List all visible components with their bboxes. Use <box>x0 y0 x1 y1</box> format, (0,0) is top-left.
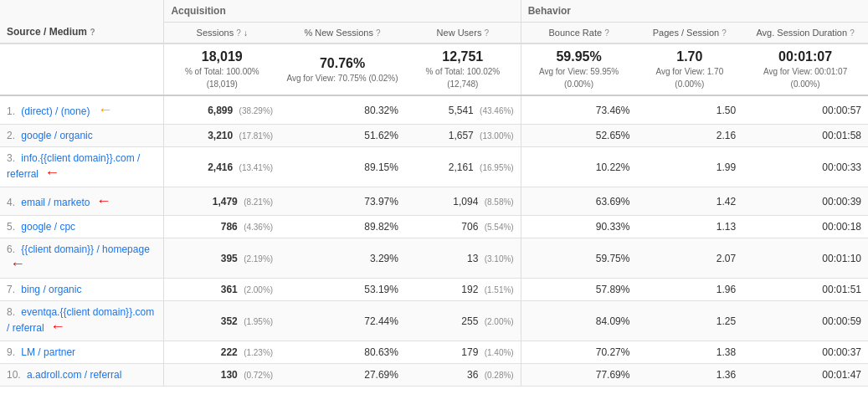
sessions-info-icon[interactable]: ? <box>236 28 241 38</box>
sessions-cell-3: 2,416 (13.41%) <box>164 147 280 187</box>
source-cell-3: 3. info.{{client domain}}.com / referral… <box>0 147 164 187</box>
pages-session-value-6: 2.07 <box>716 253 736 264</box>
new-users-info-icon[interactable]: ? <box>484 28 489 38</box>
pages-session-value-4: 1.42 <box>716 196 736 207</box>
source-medium-header: Source / Medium ? <box>0 0 164 44</box>
row-number-2: 2. <box>7 130 15 141</box>
bounce-rate-column-header[interactable]: Bounce Rate ? <box>521 23 636 44</box>
totals-avg-session-duration-value: 00:01:07 <box>749 49 861 64</box>
new-sessions-info-icon[interactable]: ? <box>376 28 381 38</box>
bounce-rate-cell-1: 73.46% <box>521 95 636 125</box>
avg-session-duration-value-2: 00:01:58 <box>822 130 861 141</box>
totals-new-sessions-cell: 70.76% Avg for View: 70.75% (0.02%) <box>280 44 405 95</box>
bounce-rate-value-7: 57.89% <box>596 284 630 295</box>
pages-session-label: Pages / Session <box>653 28 720 38</box>
new-users-cell-1: 5,541 (43.46%) <box>405 95 521 125</box>
source-cell-5: 5. google / cpc <box>0 216 164 238</box>
analytics-table: Source / Medium ? Acquisition Behavior S… <box>0 0 868 387</box>
new-users-value-3: 2,161 <box>449 161 474 173</box>
totals-new-sessions-value: 70.76% <box>286 56 398 71</box>
source-link-7[interactable]: bing / organic <box>21 284 81 295</box>
new-users-pct-4: (8.58%) <box>485 197 514 207</box>
pages-session-value-1: 1.50 <box>716 105 736 116</box>
sessions-column-header[interactable]: Sessions ? ↓ <box>164 23 280 44</box>
sessions-cell-9: 222 (1.23%) <box>164 341 280 364</box>
source-link-8[interactable]: eventqa.{{client domain}}.com / referral <box>7 306 154 334</box>
bounce-rate-value-10: 77.69% <box>596 369 630 381</box>
sessions-cell-4: 1,479 (8.21%) <box>164 187 280 216</box>
avg-session-duration-value-3: 00:00:33 <box>822 161 861 173</box>
sessions-value-10: 130 <box>221 369 238 381</box>
new-sessions-pct-value-8: 72.44% <box>364 315 398 327</box>
pages-session-column-header[interactable]: Pages / Session ? <box>636 23 742 44</box>
totals-sessions-sub: % of Total: 100.00% (18,019) <box>185 67 259 89</box>
avg-session-duration-cell-8: 00:00:59 <box>742 301 868 341</box>
source-link-3[interactable]: info.{{client domain}}.com / referral <box>7 152 140 180</box>
source-medium-info-icon[interactable]: ? <box>90 28 95 37</box>
bounce-rate-info-icon[interactable]: ? <box>604 28 609 38</box>
sessions-pct-1: (38.29%) <box>239 106 274 115</box>
source-cell-7: 7. bing / organic <box>0 279 164 301</box>
row-number-7: 7. <box>7 284 15 295</box>
pages-session-value-2: 2.16 <box>716 130 736 141</box>
new-sessions-pct-column-header[interactable]: % New Sessions ? <box>280 23 405 44</box>
pages-session-cell-1: 1.50 <box>636 95 742 125</box>
totals-new-users-cell: 12,751 % of Total: 100.02% (12,748) <box>405 44 521 95</box>
new-users-value-6: 13 <box>467 253 478 264</box>
pages-session-value-7: 1.96 <box>716 284 736 295</box>
totals-sessions-cell: 18,019 % of Total: 100.00% (18,019) <box>164 44 280 95</box>
red-arrow-annotation: ← <box>44 164 59 181</box>
red-arrow-annotation: ← <box>10 255 25 272</box>
pages-session-cell-3: 1.99 <box>636 147 742 187</box>
new-sessions-pct-value-4: 73.97% <box>364 196 398 207</box>
new-users-cell-8: 255 (2.00%) <box>405 301 521 341</box>
sessions-pct-5: (4.36%) <box>244 223 273 232</box>
sessions-pct-4: (8.21%) <box>244 197 273 207</box>
avg-session-duration-cell-2: 00:01:58 <box>742 125 868 147</box>
source-cell-6: 6. {{client domain}} / homepage ← <box>0 238 164 279</box>
new-users-column-header[interactable]: New Users ? <box>405 23 521 44</box>
totals-bounce-rate-value: 59.95% <box>528 49 630 64</box>
new-users-label: New Users <box>437 28 482 38</box>
new-sessions-pct-cell-4: 73.97% <box>280 187 405 216</box>
new-users-value-10: 36 <box>467 369 478 381</box>
source-link-2[interactable]: google / organic <box>21 130 92 141</box>
totals-new-users-sub: % of Total: 100.02% (12,748) <box>425 67 500 89</box>
avg-session-duration-cell-9: 00:00:37 <box>742 341 868 364</box>
source-link-10[interactable]: a.adroll.com / referral <box>27 369 121 381</box>
table-row: 8. eventqa.{{client domain}}.com / refer… <box>0 301 868 341</box>
source-link-1[interactable]: (direct) / (none) <box>21 105 90 117</box>
pages-session-value-8: 1.25 <box>716 315 736 327</box>
new-users-value-1: 5,541 <box>449 105 474 116</box>
row-number-3: 3. <box>7 152 15 164</box>
red-arrow-annotation: ← <box>96 192 111 209</box>
new-users-value-8: 255 <box>461 315 478 327</box>
pages-session-value-10: 1.36 <box>716 369 736 381</box>
avg-session-duration-column-header[interactable]: Avg. Session Duration ? <box>742 23 868 44</box>
new-users-cell-4: 1,094 (8.58%) <box>405 187 521 216</box>
bounce-rate-cell-5: 90.33% <box>521 216 636 238</box>
pages-session-value-9: 1.38 <box>716 346 736 358</box>
sessions-value-9: 222 <box>221 346 238 358</box>
source-link-5[interactable]: google / cpc <box>21 221 75 233</box>
sessions-pct-3: (13.41%) <box>239 163 274 172</box>
behavior-group-header: Behavior <box>521 0 868 23</box>
source-link-4[interactable]: email / marketo <box>21 197 90 208</box>
sessions-sort-icon[interactable]: ↓ <box>244 28 248 38</box>
avg-session-duration-info-icon[interactable]: ? <box>850 28 855 38</box>
totals-row: 18,019 % of Total: 100.00% (18,019) 70.7… <box>0 44 868 95</box>
avg-session-duration-cell-6: 00:01:10 <box>742 238 868 279</box>
new-users-cell-3: 2,161 (16.95%) <box>405 147 521 187</box>
source-link-6[interactable]: {{client domain}} / homepage <box>21 243 149 255</box>
new-users-cell-5: 706 (5.54%) <box>405 216 521 238</box>
pages-session-cell-9: 1.38 <box>636 341 742 364</box>
pages-session-info-icon[interactable]: ? <box>722 28 727 38</box>
new-users-cell-2: 1,657 (13.00%) <box>405 125 521 147</box>
source-link-9[interactable]: LM / partner <box>21 346 75 358</box>
new-sessions-pct-value-6: 3.29% <box>370 253 398 264</box>
row-number-4: 4. <box>7 197 15 208</box>
avg-session-duration-value-7: 00:01:51 <box>822 284 861 295</box>
totals-new-users-value: 12,751 <box>412 49 514 64</box>
acquisition-group-header: Acquisition <box>164 0 521 23</box>
pages-session-value-3: 1.99 <box>716 161 736 173</box>
